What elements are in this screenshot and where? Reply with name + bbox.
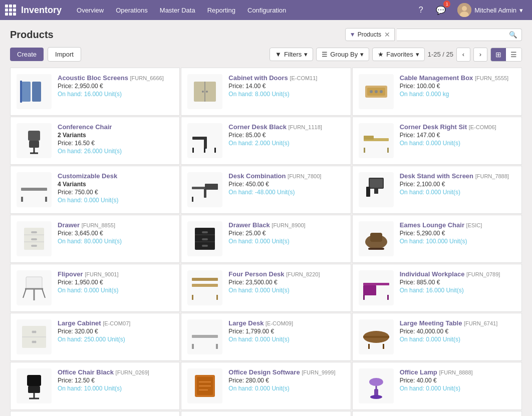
nav-configuration[interactable]: Configuration (242, 4, 291, 17)
import-button[interactable]: Import (48, 47, 81, 62)
product-card[interactable]: Large Meeting Table [FURN_6741] Price: 4… (352, 313, 522, 361)
svg-rect-74 (192, 344, 194, 349)
page-header: Products ▼ Products ✕ 🔍 (10, 28, 522, 41)
product-onhand: On hand: 0.000 Unit(s) (400, 189, 515, 196)
product-variants: 2 Variants (58, 132, 173, 139)
groupby-button[interactable]: ☰ Group By ▾ (316, 48, 369, 61)
product-name: Corner Desk Right Sit [E-COM06] (400, 123, 515, 131)
user-menu[interactable]: Mitchell Admin ▾ (453, 1, 527, 19)
product-info: Cable Management Box [FURN_5555] Price: … (400, 74, 515, 98)
svg-rect-78 (368, 344, 370, 349)
product-ref: [FURN_8900] (272, 222, 305, 228)
product-card[interactable]: Cable Management Box [FURN_5555] Price: … (352, 68, 522, 116)
toolbar: Create Import ▼ Filters ▾ ☰ Group By ▾ ★… (10, 47, 522, 62)
product-ref: [E-COM06] (469, 124, 496, 130)
product-info: Corner Desk Black [FURN_1118] Price: 85.… (228, 123, 344, 147)
product-image (359, 368, 394, 403)
svg-rect-15 (28, 131, 40, 141)
product-card[interactable]: Conference Chair 2 Variants Price: 16.50… (10, 117, 180, 165)
product-card[interactable]: Office Design Software [FURN_9999] Price… (181, 362, 351, 410)
product-name: Cabinet with Doors [E-COM11] (228, 74, 344, 82)
product-info: Flipover [FURN_9001] Price: 1,950.00 € O… (58, 270, 173, 294)
product-card[interactable]: Individual Workplace [FURN_0789] Price: … (352, 264, 522, 312)
main-nav: Overview Operations Master Data Reportin… (72, 4, 413, 17)
product-price: Price: 14.00 € (228, 83, 344, 90)
create-button[interactable]: Create (10, 48, 44, 61)
groupby-icon: ☰ (322, 51, 328, 58)
svg-rect-5 (20, 81, 22, 103)
favorites-button[interactable]: ★ Favorites ▾ (372, 48, 424, 61)
svg-point-8 (202, 91, 204, 93)
nav-reporting[interactable]: Reporting (202, 4, 240, 17)
filters-button[interactable]: ▼ Filters ▾ (270, 48, 313, 61)
nav-operations[interactable]: Operations (111, 4, 153, 17)
product-price: Price: 750.00 € (58, 189, 173, 196)
view-list-button[interactable]: ☰ (506, 48, 521, 61)
product-info: Customizable Desk 4 Variants Price: 750.… (58, 172, 173, 204)
product-image (187, 368, 222, 403)
product-onhand: On hand: 0.000 Unit(s) (400, 140, 515, 147)
product-card[interactable]: Flipover [FURN_9001] Price: 1,950.00 € O… (10, 264, 180, 312)
app-grid-icon[interactable] (5, 5, 16, 16)
search-button[interactable]: 🔍 (509, 31, 517, 39)
product-card[interactable]: Eames Lounge Chair [ESIC] Price: 5,290.0… (352, 215, 522, 263)
product-info: Individual Workplace [FURN_0789] Price: … (400, 270, 515, 294)
nav-overview[interactable]: Overview (72, 4, 109, 17)
avatar (457, 3, 471, 17)
search-filter-tag[interactable]: ▼ Products ✕ (345, 28, 395, 41)
product-card[interactable]: Storage Box [E-COM08] Price: 79.00 € (181, 411, 351, 416)
product-card[interactable]: Drawer [FURN_8855] Price: 3,645.00 € On … (10, 215, 180, 263)
groupby-chevron: ▾ (360, 51, 364, 58)
product-card[interactable]: Customizable Desk 4 Variants Price: 750.… (10, 166, 180, 214)
search-input[interactable] (401, 31, 509, 39)
product-onhand: On hand: 0.000 Unit(s) (400, 385, 515, 392)
product-card[interactable]: Large Cabinet [E-COM07] Price: 320.00 € … (10, 313, 180, 361)
product-card[interactable]: Corner Desk Black [FURN_1118] Price: 85.… (181, 117, 351, 165)
product-card[interactable]: Cabinet with Doors [E-COM11] Price: 14.0… (181, 68, 351, 116)
product-card[interactable]: Acoustic Bloc Screens [FURN_6666] Price:… (10, 68, 180, 116)
product-price: Price: 2,100.00 € (400, 181, 515, 188)
product-ref: [FURN_1118] (289, 124, 322, 130)
product-card[interactable]: Large Desk [E-COM09] Price: 1,799.00 € O… (181, 313, 351, 361)
svg-rect-65 (363, 295, 365, 300)
product-image (359, 221, 394, 256)
svg-point-9 (206, 91, 208, 93)
svg-rect-34 (192, 197, 193, 202)
product-card[interactable]: Drawer Black [FURN_8900] Price: 25.00 € … (181, 215, 351, 263)
help-icon[interactable]: ? (413, 3, 428, 18)
product-onhand: On hand: 0.000 Unit(s) (228, 238, 344, 245)
svg-line-58 (42, 289, 45, 298)
svg-rect-28 (21, 188, 47, 191)
svg-rect-3 (22, 82, 31, 102)
product-image (17, 74, 52, 109)
chat-button[interactable]: 💬 1 (433, 3, 448, 18)
product-onhand: On hand: 16.000 Unit(s) (58, 91, 173, 98)
product-price: Price: 40,000.00 € (400, 328, 515, 335)
product-card[interactable]: Desk Stand with Screen [FURN_7888] Price… (352, 166, 522, 214)
app-brand[interactable]: Inventory (21, 5, 62, 16)
product-ref: [FURN_6666] (130, 75, 164, 81)
nav-master-data[interactable]: Master Data (155, 4, 200, 17)
product-name: Large Desk [E-COM09] (228, 319, 344, 327)
product-card[interactable]: Four Person Desk [FURN_8220] Price: 23,5… (181, 264, 351, 312)
search-tag-close[interactable]: ✕ (384, 31, 390, 39)
product-card[interactable]: Office Chair Black [FURN_0269] Price: 12… (10, 362, 180, 410)
product-ref: [FURN_7888] (475, 173, 509, 179)
product-info: Drawer [FURN_8855] Price: 3,645.00 € On … (58, 221, 173, 245)
product-price: Price: 5,290.00 € (400, 230, 515, 237)
pagination-prev[interactable]: ‹ (456, 48, 470, 62)
view-grid-button[interactable]: ⊞ (491, 48, 506, 61)
product-card[interactable]: Pedal Bin [E-COM10] Price: 47.00 € (10, 411, 180, 416)
svg-rect-20 (204, 137, 207, 149)
product-card[interactable]: Three-Seat Sofa [FURN_8999] Price: 60,00… (352, 411, 522, 416)
product-card[interactable]: Office Lamp [FURN_8888] Price: 40.00 € O… (352, 362, 522, 410)
pagination-next[interactable]: › (473, 48, 487, 62)
svg-rect-26 (387, 148, 389, 153)
svg-rect-29 (21, 197, 23, 202)
product-price: Price: 85.00 € (228, 132, 344, 139)
product-card[interactable]: Desk Combination [FURN_7800] Price: 450.… (181, 166, 351, 214)
product-onhand: On hand: 10.000 Unit(s) (58, 385, 173, 392)
product-info: Eames Lounge Chair [ESIC] Price: 5,290.0… (400, 221, 515, 245)
product-name: Eames Lounge Chair [ESIC] (400, 221, 515, 229)
product-card[interactable]: Corner Desk Right Sit [E-COM06] Price: 1… (352, 117, 522, 165)
